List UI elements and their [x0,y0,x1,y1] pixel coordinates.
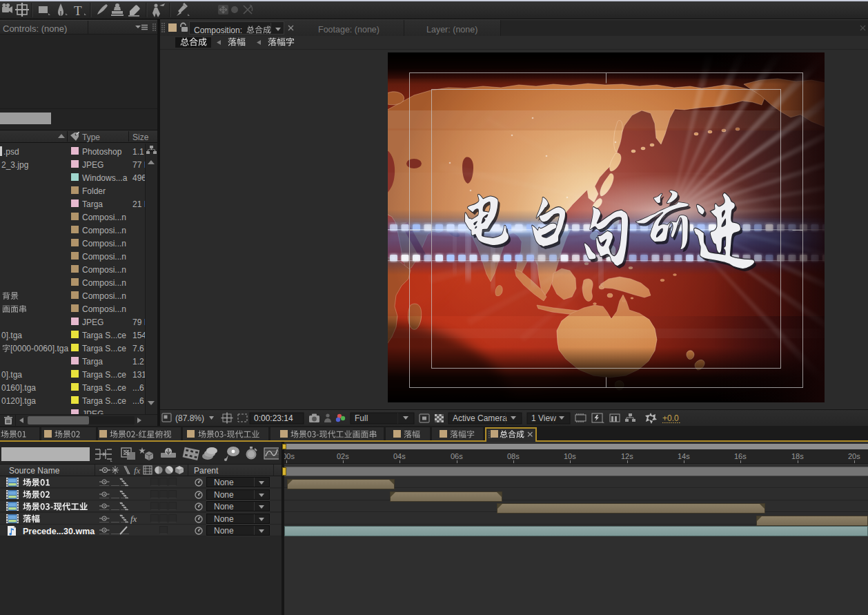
svg-text:Active Camera: Active Camera [453,413,507,423]
svg-text:0:00:23:14: 0:00:23:14 [254,413,293,423]
svg-text:1 View: 1 View [531,413,556,423]
svg-text:fx: fx [134,465,141,475]
svg-text:+0.0: +0.0 [662,413,679,423]
svg-text:T: T [74,3,82,18]
svg-text:Full: Full [355,413,368,423]
svg-text:(87.8%): (87.8%) [175,413,204,423]
